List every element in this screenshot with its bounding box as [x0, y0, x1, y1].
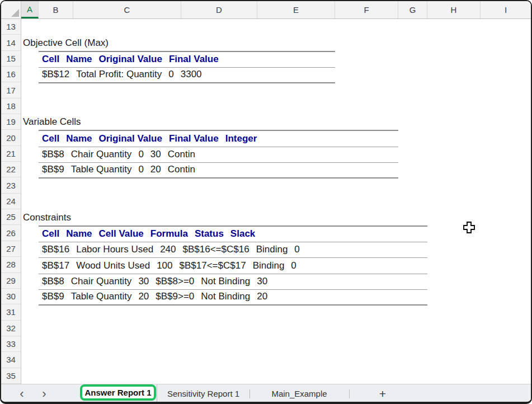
cell-name[interactable]: Chair Quantity: [68, 147, 135, 162]
cell-status[interactable]: Not Binding: [197, 274, 253, 289]
cell-ref[interactable]: $B$8: [39, 274, 68, 289]
row-header-27[interactable]: 27: [1, 241, 21, 257]
cell-integer[interactable]: Contin: [164, 163, 199, 177]
variable-cells-section-title[interactable]: Variable Cells: [23, 114, 81, 130]
cell-slack[interactable]: 20: [253, 290, 271, 304]
row-header-30[interactable]: 30: [1, 289, 21, 304]
cell-slack[interactable]: 30: [253, 274, 271, 289]
header-integer[interactable]: Integer: [222, 131, 261, 146]
cell-name[interactable]: Wood Units Used: [73, 258, 153, 273]
header-name[interactable]: Name: [63, 227, 95, 242]
row-header-28[interactable]: 28: [1, 257, 21, 273]
table-row: $B$12 Total Profit: Quantity 0 3300: [39, 68, 335, 83]
cell-status[interactable]: Binding: [253, 242, 291, 257]
header-slack[interactable]: Slack: [227, 227, 258, 242]
row-header-32[interactable]: 32: [1, 321, 21, 336]
tab-main-example[interactable]: Main_Example: [249, 384, 349, 403]
add-sheet-button[interactable]: +: [373, 384, 393, 403]
cell-status[interactable]: Not Binding: [197, 290, 253, 304]
column-header-B[interactable]: B: [39, 1, 73, 18]
cell-slack[interactable]: 0: [288, 258, 299, 273]
header-final-value[interactable]: Final Value: [166, 52, 222, 67]
row-header-16[interactable]: 16: [1, 67, 21, 82]
cell-value[interactable]: 20: [135, 290, 152, 304]
row-header-23[interactable]: 23: [1, 177, 21, 193]
column-header-I[interactable]: I: [481, 1, 531, 18]
column-header-A[interactable]: A: [21, 1, 39, 18]
cell-status[interactable]: Binding: [249, 258, 288, 273]
row-header-35[interactable]: 35: [1, 368, 21, 384]
cell-ref[interactable]: $B$8: [39, 147, 68, 162]
cell-original-value[interactable]: 0: [165, 68, 177, 82]
row-header-20[interactable]: 20: [1, 130, 21, 145]
objective-section-title[interactable]: Objective Cell (Max): [23, 35, 109, 50]
cell-value[interactable]: 240: [157, 242, 179, 257]
cell-integer[interactable]: Contin: [164, 147, 199, 162]
row-header-29[interactable]: 29: [1, 273, 21, 289]
header-cell[interactable]: Cell: [39, 227, 63, 242]
header-final-value[interactable]: Final Value: [166, 131, 222, 146]
cell-formula[interactable]: $B$9>=0: [152, 290, 197, 304]
header-formula[interactable]: Formula: [147, 227, 191, 242]
row-header-31[interactable]: 31: [1, 304, 21, 320]
column-header-F[interactable]: F: [335, 1, 398, 18]
variable-cells-table: Cell Name Original Value Final Value Int…: [39, 130, 398, 178]
sheet-area[interactable]: Objective Cell (Max) Cell Name Original …: [21, 19, 531, 384]
header-cell[interactable]: Cell: [39, 131, 63, 146]
row-header-19[interactable]: 19: [1, 114, 21, 130]
tab-answer-report-1[interactable]: Answer Report 1: [84, 388, 151, 397]
cell-name[interactable]: Table Quantity: [68, 290, 135, 304]
cell-formula[interactable]: $B$17<=$C$17: [176, 258, 249, 273]
header-name[interactable]: Name: [63, 52, 95, 67]
header-original-value[interactable]: Original Value: [96, 131, 166, 146]
column-header-C[interactable]: C: [73, 1, 181, 18]
row-header-22[interactable]: 22: [1, 162, 21, 177]
tab-sensitivity-report-1[interactable]: Sensitivity Report 1: [157, 384, 249, 403]
cell-ref[interactable]: $B$16: [39, 242, 73, 257]
cell-name[interactable]: Table Quantity: [68, 163, 135, 177]
row-header-24[interactable]: 24: [1, 194, 21, 209]
cell-ref[interactable]: $B$12: [39, 68, 73, 82]
cell-final-value[interactable]: 30: [147, 147, 164, 162]
cell-value[interactable]: 100: [153, 258, 176, 273]
row-header-15[interactable]: 15: [1, 51, 21, 67]
cell-original-value[interactable]: 0: [135, 147, 147, 162]
next-sheet-button[interactable]: ›: [36, 384, 53, 403]
cell-name[interactable]: Total Profit: Quantity: [73, 68, 165, 82]
cell-final-value[interactable]: 20: [147, 163, 164, 177]
column-header-E[interactable]: E: [257, 1, 335, 18]
constraints-header-row: Cell Name Cell Value Formula Status Slac…: [39, 227, 427, 242]
cell-ref[interactable]: $B$17: [39, 258, 73, 273]
row-header-14[interactable]: 14: [1, 35, 21, 50]
row-header-21[interactable]: 21: [1, 146, 21, 162]
select-all-corner[interactable]: [1, 1, 21, 18]
select-all-icon: [11, 9, 19, 17]
prev-sheet-button[interactable]: ‹: [13, 384, 30, 403]
cell-formula[interactable]: $B$16<=$C$16: [180, 242, 253, 257]
header-name[interactable]: Name: [63, 131, 95, 146]
row-header-13[interactable]: 13: [1, 19, 21, 35]
header-cell-value[interactable]: Cell Value: [96, 227, 147, 242]
cell-name[interactable]: Chair Quantity: [68, 274, 135, 289]
row-header-17[interactable]: 17: [1, 82, 21, 98]
constraints-section-title[interactable]: Constraints: [23, 209, 71, 225]
cell-final-value[interactable]: 3300: [177, 68, 205, 82]
cell-slack[interactable]: 0: [291, 242, 303, 257]
cell-ref[interactable]: $B$9: [39, 290, 68, 304]
row-header-33[interactable]: 33: [1, 336, 21, 352]
cell-name[interactable]: Labor Hours Used: [73, 242, 157, 257]
row-header-34[interactable]: 34: [1, 352, 21, 368]
cell-value[interactable]: 30: [135, 274, 152, 289]
column-header-H[interactable]: H: [427, 1, 481, 18]
header-status[interactable]: Status: [191, 227, 227, 242]
cell-ref[interactable]: $B$9: [39, 163, 68, 177]
cell-formula[interactable]: $B$8>=0: [152, 274, 197, 289]
header-original-value[interactable]: Original Value: [96, 52, 166, 67]
row-header-18[interactable]: 18: [1, 98, 21, 114]
row-header-25[interactable]: 25: [1, 209, 21, 225]
column-header-G[interactable]: G: [398, 1, 427, 18]
cell-original-value[interactable]: 0: [135, 163, 147, 177]
column-header-D[interactable]: D: [181, 1, 257, 18]
header-cell[interactable]: Cell: [39, 52, 63, 67]
row-header-26[interactable]: 26: [1, 225, 21, 241]
